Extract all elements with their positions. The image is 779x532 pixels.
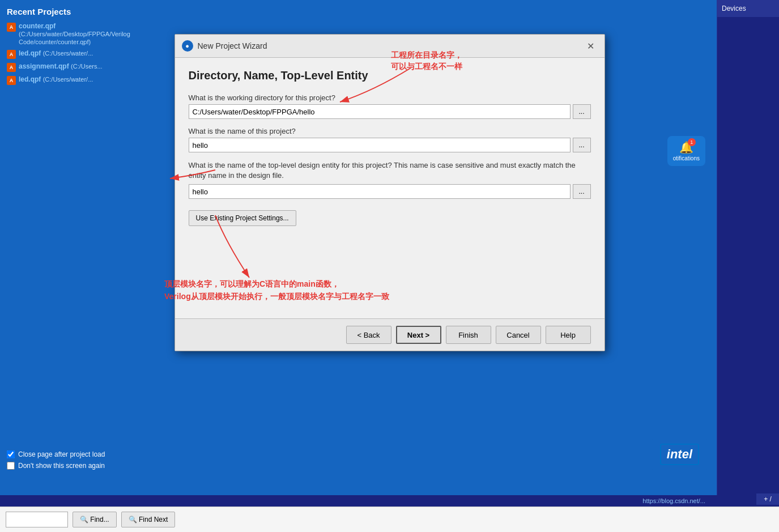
dialog-titlebar: ● New Project Wizard ✕	[175, 35, 605, 58]
dialog-content: Directory, Name, Top-Level Entity What i…	[175, 58, 605, 318]
status-url: https://blog.csdn.net/...	[642, 497, 705, 504]
project-name-browse-button[interactable]: ...	[573, 138, 591, 152]
find-button[interactable]: 🔍 Find...	[73, 512, 117, 527]
new-project-dialog: ● New Project Wizard ✕ Directory, Name, …	[174, 34, 605, 351]
find-next-button[interactable]: 🔍 Find Next	[121, 512, 176, 527]
use-existing-settings-button[interactable]: Use Existing Project Settings...	[189, 210, 296, 226]
bottom-search-input[interactable]	[6, 512, 68, 527]
finish-button[interactable]: Finish	[446, 326, 491, 344]
dialog-heading: Directory, Name, Top-Level Entity	[189, 69, 591, 82]
dialog-footer: < Back Next > Finish Cancel Help	[175, 318, 605, 351]
working-dir-input[interactable]	[189, 104, 571, 119]
bottom-bar: 🔍 Find... 🔍 Find Next	[0, 507, 779, 532]
status-bar: https://blog.csdn.net/...	[0, 495, 779, 507]
working-dir-row: ...	[189, 104, 591, 119]
dialog-close-button[interactable]: ✕	[584, 39, 598, 53]
help-button[interactable]: Help	[546, 326, 591, 344]
project-name-input[interactable]	[189, 138, 571, 152]
dialog-overlay: ● New Project Wizard ✕ Directory, Name, …	[0, 0, 779, 495]
entity-input[interactable]	[189, 184, 571, 199]
add-button[interactable]: + /	[756, 493, 779, 505]
entity-row: ...	[189, 184, 591, 199]
next-button[interactable]: Next >	[396, 326, 441, 344]
dialog-title-icon: ●	[182, 40, 193, 52]
dialog-title-text: New Project Wizard	[198, 41, 580, 50]
working-dir-browse-button[interactable]: ...	[573, 104, 591, 119]
working-dir-label: What is the working directory for this p…	[189, 93, 591, 102]
back-button[interactable]: < Back	[346, 326, 391, 344]
project-name-row: ...	[189, 138, 591, 152]
cancel-button[interactable]: Cancel	[496, 326, 541, 344]
project-name-label: What is the name of this project?	[189, 127, 591, 135]
entity-browse-button[interactable]: ...	[573, 184, 591, 199]
entity-description: What is the name of the top-level design…	[189, 160, 591, 181]
